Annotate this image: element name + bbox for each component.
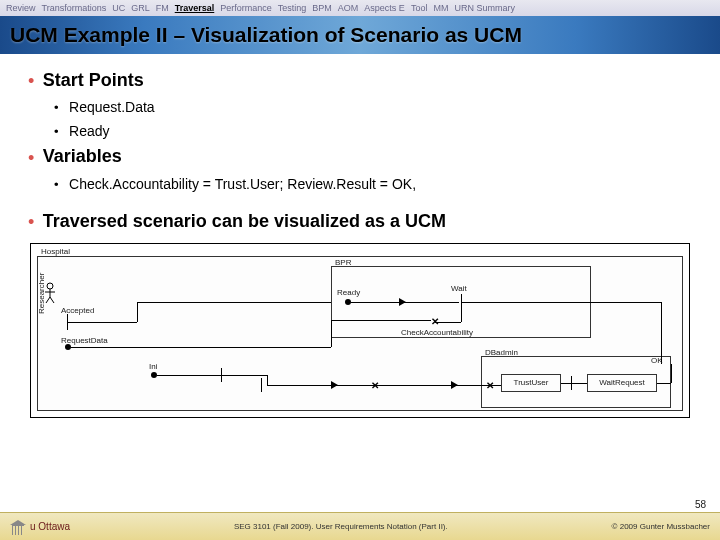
path-line bbox=[657, 383, 671, 384]
wait-label: Wait bbox=[451, 284, 467, 293]
path-line bbox=[435, 322, 461, 323]
bullet-icon: • bbox=[54, 124, 59, 139]
hospital-label: Hospital bbox=[41, 247, 70, 256]
ready-label: Ready bbox=[337, 288, 360, 297]
svg-point-0 bbox=[47, 283, 53, 289]
bullet-main: • Traversed scenario can be visualized a… bbox=[28, 211, 692, 233]
bullet-icon: • bbox=[54, 100, 59, 115]
nav-item[interactable]: AOM bbox=[338, 3, 359, 13]
bullet-sub: • Check.Accountability = Trust.User; Rev… bbox=[54, 175, 692, 193]
nav-item[interactable]: UC bbox=[112, 3, 125, 13]
bullet-icon: • bbox=[28, 148, 34, 168]
nav-item[interactable]: Transformations bbox=[42, 3, 107, 13]
responsibility-icon: ✕ bbox=[486, 380, 494, 391]
title-banner: UCM Example II – Visualization of Scenar… bbox=[0, 16, 720, 54]
path-line bbox=[331, 320, 332, 347]
content-area: • Start Points • Request.Data • Ready • … bbox=[0, 54, 720, 428]
bullet-text: Ready bbox=[69, 123, 109, 139]
bullet-sub: • Ready bbox=[54, 122, 692, 140]
nav-item[interactable]: Performance bbox=[220, 3, 272, 13]
bullet-icon: • bbox=[28, 71, 34, 91]
path-line bbox=[157, 375, 267, 376]
ucm-diagram: Hospital Researcher BPR DBadmin Accepted… bbox=[30, 243, 690, 418]
ini-label: Ini bbox=[149, 362, 157, 371]
trustuser-box: TrustUser bbox=[501, 374, 561, 392]
path-line bbox=[461, 302, 661, 303]
checkaccount-label: CheckAccountability bbox=[401, 328, 473, 337]
top-nav: Review Transformations UC GRL FM Travers… bbox=[0, 0, 720, 16]
page-number: 58 bbox=[695, 499, 706, 510]
university-logo-icon bbox=[10, 520, 26, 534]
connector-bar bbox=[221, 368, 222, 382]
page-title: UCM Example II – Visualization of Scenar… bbox=[10, 23, 522, 47]
nav-item[interactable]: Tool bbox=[411, 3, 428, 13]
path-line bbox=[137, 302, 331, 303]
nav-item-active[interactable]: Traversal bbox=[175, 3, 215, 13]
bullet-icon: • bbox=[54, 177, 59, 192]
arrow-icon bbox=[331, 381, 338, 389]
path-line bbox=[137, 302, 138, 322]
path-line bbox=[331, 320, 431, 321]
svg-line-3 bbox=[46, 297, 50, 303]
path-line bbox=[267, 385, 501, 386]
nav-item[interactable]: BPM bbox=[312, 3, 332, 13]
ok-label: OK bbox=[651, 356, 663, 365]
nav-item[interactable]: Review bbox=[6, 3, 36, 13]
trustuser-label: TrustUser bbox=[502, 378, 560, 387]
bullet-text: Traversed scenario can be visualized as … bbox=[43, 211, 446, 231]
path-line bbox=[267, 375, 268, 385]
bullet-sub: • Request.Data bbox=[54, 98, 692, 116]
nav-item[interactable]: FM bbox=[156, 3, 169, 13]
dbadmin-label: DBadmin bbox=[485, 348, 518, 357]
footer-right: © 2009 Gunter Mussbacher bbox=[612, 522, 710, 531]
connector-bar bbox=[261, 378, 262, 392]
waitrequest-label: WaitRequest bbox=[588, 378, 656, 387]
path-line bbox=[67, 322, 137, 323]
waitrequest-box: WaitRequest bbox=[587, 374, 657, 392]
bullet-main: • Variables bbox=[28, 146, 692, 168]
responsibility-icon: ✕ bbox=[371, 380, 379, 391]
bpr-label: BPR bbox=[335, 258, 351, 267]
path-line bbox=[71, 347, 331, 348]
arrow-icon bbox=[451, 381, 458, 389]
footer: u Ottawa SEG 3101 (Fall 2009). User Requ… bbox=[0, 512, 720, 540]
nav-item[interactable]: GRL bbox=[131, 3, 150, 13]
path-line bbox=[671, 364, 672, 383]
accepted-label: Accepted bbox=[61, 306, 94, 315]
nav-item[interactable]: URN Summary bbox=[454, 3, 515, 13]
nav-item[interactable]: MM bbox=[433, 3, 448, 13]
actor-label: Researcher bbox=[37, 272, 46, 313]
bullet-icon: • bbox=[28, 212, 34, 232]
bullet-main: • Start Points bbox=[28, 70, 692, 92]
path-line bbox=[661, 302, 662, 364]
arrow-icon bbox=[399, 298, 406, 306]
svg-line-4 bbox=[50, 297, 54, 303]
bullet-text: Start Points bbox=[43, 70, 144, 90]
nav-item[interactable]: Testing bbox=[278, 3, 307, 13]
bullet-text: Check.Accountability = Trust.User; Revie… bbox=[69, 176, 416, 192]
footer-center: SEG 3101 (Fall 2009). User Requirements … bbox=[234, 522, 448, 531]
nav-item[interactable]: Aspects E bbox=[364, 3, 405, 13]
path-line bbox=[461, 302, 462, 322]
university-name: u Ottawa bbox=[30, 521, 70, 532]
path-line bbox=[561, 383, 587, 384]
bullet-text: Variables bbox=[43, 146, 122, 166]
bullet-text: Request.Data bbox=[69, 99, 155, 115]
